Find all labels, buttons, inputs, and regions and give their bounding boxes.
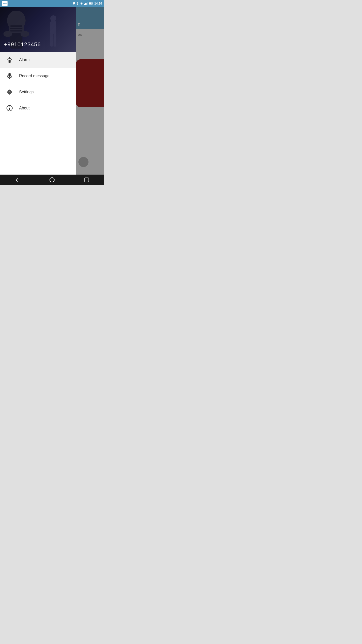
- status-bar-left: Atus: [2, 1, 8, 6]
- menu-item-alarm[interactable]: Alarm: [0, 52, 76, 68]
- drawer-overlay[interactable]: [76, 7, 104, 175]
- location-icon: [73, 2, 75, 6]
- svg-rect-19: [9, 60, 11, 63]
- status-bar-right: 14:16: [73, 2, 102, 6]
- svg-rect-17: [50, 33, 53, 47]
- app-icon: Atus: [2, 1, 8, 6]
- navigation-drawer: +9910123456 Alarm: [0, 7, 76, 175]
- home-button[interactable]: [46, 175, 58, 185]
- recents-button[interactable]: [80, 175, 93, 185]
- menu-list: Alarm Record message: [0, 52, 76, 175]
- svg-rect-18: [54, 33, 56, 47]
- menu-item-settings[interactable]: Settings: [0, 84, 76, 100]
- drawer-header: +9910123456: [0, 7, 76, 52]
- menu-item-about[interactable]: About: [0, 100, 76, 116]
- alarm-label: Alarm: [19, 58, 30, 62]
- bluetooth-icon: [76, 2, 79, 6]
- gear-icon: [5, 88, 14, 97]
- person-image: [46, 15, 61, 47]
- svg-rect-31: [85, 178, 89, 182]
- svg-rect-2: [86, 3, 87, 5]
- svg-rect-16: [50, 21, 56, 34]
- svg-rect-0: [84, 4, 85, 5]
- alarm-icon: [5, 55, 14, 64]
- time-display: 14:16: [94, 2, 102, 5]
- svg-rect-21: [9, 73, 11, 77]
- menu-item-record-message[interactable]: Record message: [0, 68, 76, 84]
- microphone-icon: [5, 71, 14, 80]
- settings-label: Settings: [19, 90, 34, 94]
- svg-point-14: [20, 31, 29, 37]
- svg-rect-10: [10, 28, 22, 29]
- info-icon: [5, 104, 14, 113]
- svg-point-15: [50, 15, 56, 21]
- svg-rect-3: [87, 2, 88, 5]
- svg-point-13: [4, 31, 12, 37]
- svg-rect-5: [93, 3, 93, 4]
- svg-point-28: [9, 107, 10, 107]
- phone-number: +9910123456: [4, 41, 41, 48]
- svg-point-26: [9, 91, 10, 93]
- svg-rect-9: [10, 25, 22, 27]
- svg-rect-11: [10, 30, 22, 31]
- navigation-bar: [0, 175, 104, 185]
- status-bar: Atus: [0, 0, 104, 7]
- svg-point-20: [9, 57, 10, 58]
- about-label: About: [19, 106, 30, 110]
- svg-rect-6: [89, 3, 92, 4]
- svg-rect-29: [9, 108, 10, 110]
- record-message-label: Record message: [19, 74, 50, 78]
- back-button[interactable]: [11, 175, 24, 185]
- wifi-icon: [80, 2, 83, 5]
- battery-icon: [89, 2, 93, 5]
- signal-icon: [84, 2, 88, 5]
- svg-rect-1: [85, 3, 86, 5]
- svg-point-30: [50, 178, 54, 182]
